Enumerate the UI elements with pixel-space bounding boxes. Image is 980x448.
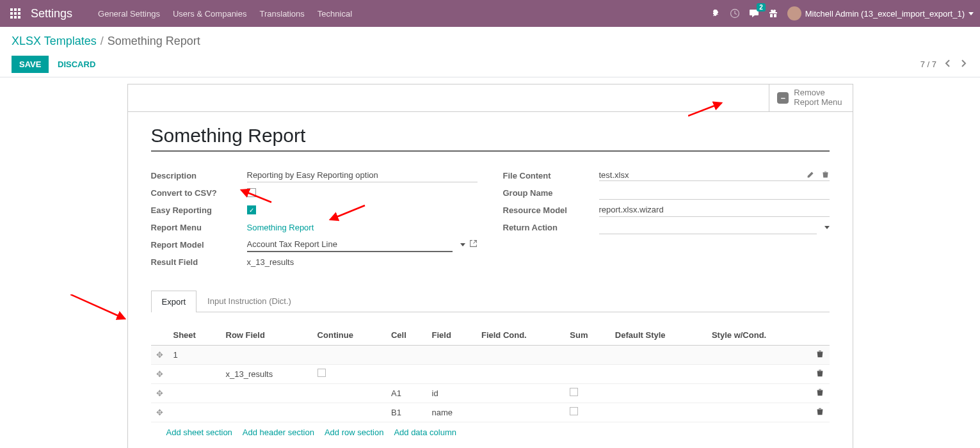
chat-badge: 2 — [757, 3, 766, 12]
file-content-value[interactable]: test.xlsx — [599, 170, 800, 180]
breadcrumb: XLSX Templates / Something Report — [12, 35, 968, 48]
cell-field[interactable]: name — [427, 403, 476, 422]
delete-row-icon[interactable] — [815, 408, 824, 418]
col-style-cond: Style w/Cond. — [707, 325, 810, 346]
move-icon[interactable]: ✥ — [156, 350, 163, 360]
delete-row-icon[interactable] — [815, 370, 824, 380]
move-icon[interactable]: ✥ — [156, 388, 163, 398]
svg-rect-0 — [10, 8, 13, 11]
continue-checkbox[interactable] — [317, 369, 326, 377]
dropdown-icon[interactable] — [824, 226, 830, 229]
svg-rect-3 — [10, 12, 13, 15]
svg-rect-2 — [18, 8, 20, 11]
pager-next-icon[interactable] — [958, 58, 968, 70]
report-model-label: Report Model — [151, 240, 247, 250]
add-sheet-section-link[interactable]: Add sheet section — [166, 428, 232, 437]
add-header-section-link[interactable]: Add header section — [243, 428, 314, 437]
easy-reporting-label: Easy Reporting — [151, 205, 247, 215]
table-row[interactable]: ✥ A1 id — [151, 383, 830, 403]
clock-icon[interactable] — [730, 8, 740, 19]
resource-model-label: Resource Model — [503, 205, 599, 215]
breadcrumb-current: Something Report — [108, 35, 200, 48]
col-sheet: Sheet — [168, 325, 221, 346]
menu-general-settings[interactable]: General Settings — [98, 9, 160, 19]
resource-model-field[interactable] — [599, 203, 830, 217]
return-action-field[interactable] — [599, 220, 817, 234]
svg-rect-1 — [14, 8, 17, 11]
tab-export[interactable]: Export — [151, 291, 197, 312]
apps-icon[interactable] — [6, 4, 24, 22]
easy-reporting-checkbox[interactable] — [247, 205, 256, 214]
chat-icon[interactable]: 2 — [749, 8, 759, 19]
cell-field[interactable]: id — [427, 383, 476, 403]
user-menu[interactable]: Mitchell Admin (13_excel_import_export_1… — [787, 6, 974, 20]
cell-cell[interactable]: B1 — [386, 403, 427, 422]
pencil-icon[interactable] — [807, 170, 815, 180]
col-sum: Sum — [565, 325, 609, 346]
add-row-section-link[interactable]: Add row section — [325, 428, 384, 437]
result-field-label: Result Field — [151, 257, 247, 267]
svg-rect-6 — [10, 16, 13, 19]
report-menu-label: Report Menu — [151, 223, 247, 232]
table-row[interactable]: ✥ x_13_results — [151, 364, 830, 383]
col-default-style: Default Style — [610, 325, 707, 346]
trash-icon[interactable] — [821, 170, 830, 180]
file-content-label: File Content — [503, 171, 599, 180]
sum-checkbox[interactable] — [570, 388, 578, 396]
svg-rect-4 — [14, 12, 17, 15]
description-field[interactable] — [247, 168, 478, 182]
col-field: Field — [427, 325, 476, 346]
move-icon[interactable]: ✥ — [156, 369, 163, 379]
external-link-icon[interactable] — [469, 239, 478, 250]
cell-row-field[interactable]: x_13_results — [221, 364, 312, 383]
description-label: Description — [151, 171, 247, 180]
delete-row-icon[interactable] — [815, 351, 824, 360]
report-model-field[interactable] — [247, 237, 453, 252]
svg-rect-8 — [18, 16, 20, 19]
avatar — [787, 6, 801, 20]
bug-icon[interactable] — [711, 8, 721, 19]
gift-icon[interactable] — [768, 8, 778, 19]
delete-row-icon[interactable] — [815, 389, 824, 399]
result-field-value: x_13_results — [247, 257, 294, 267]
col-field-cond: Field Cond. — [476, 325, 565, 346]
convert-csv-checkbox[interactable] — [247, 188, 256, 197]
csv-label: Convert to CSV? — [151, 188, 247, 198]
col-cell: Cell — [386, 325, 427, 346]
tab-input-instruction[interactable]: Input Instruction (Dict.) — [197, 290, 302, 312]
table-row[interactable]: ✥ 1 — [151, 345, 830, 364]
add-data-column-link[interactable]: Add data column — [394, 428, 456, 437]
col-continue: Continue — [312, 325, 386, 346]
annotation-arrow — [70, 294, 131, 323]
user-name: Mitchell Admin (13_excel_import_export_1… — [805, 9, 965, 19]
cell-sheet[interactable]: 1 — [168, 345, 221, 364]
save-button[interactable]: SAVE — [12, 56, 49, 73]
sum-checkbox[interactable] — [570, 407, 578, 415]
pager-prev-icon[interactable] — [943, 58, 953, 70]
breadcrumb-parent[interactable]: XLSX Templates — [12, 35, 97, 48]
svg-rect-5 — [18, 12, 20, 15]
group-name-label: Group Name — [503, 188, 599, 198]
svg-line-13 — [70, 294, 125, 319]
cell-cell[interactable]: A1 — [386, 383, 427, 403]
pager-text: 7 / 7 — [920, 60, 936, 69]
table-row[interactable]: ✥ B1 name — [151, 403, 830, 422]
group-name-field[interactable] — [599, 186, 830, 200]
remove-report-menu-button[interactable]: – Remove Report Menu — [769, 84, 852, 111]
minus-square-icon: – — [777, 92, 789, 104]
stat-line1: Remove — [794, 88, 842, 98]
svg-rect-7 — [14, 16, 17, 19]
chevron-down-icon — [968, 12, 974, 15]
report-menu-link[interactable]: Something Report — [247, 223, 314, 232]
menu-users-companies[interactable]: Users & Companies — [173, 9, 247, 19]
discard-button[interactable]: DISCARD — [51, 56, 102, 73]
menu-translations[interactable]: Translations — [260, 9, 305, 19]
return-action-label: Return Action — [503, 223, 599, 232]
stat-line2: Report Menu — [794, 98, 842, 108]
menu-technical[interactable]: Technical — [317, 9, 352, 19]
move-icon[interactable]: ✥ — [156, 408, 163, 417]
col-row-field: Row Field — [221, 325, 312, 346]
page-title[interactable]: Something Report — [151, 121, 830, 152]
dropdown-icon[interactable] — [460, 243, 465, 246]
app-title: Settings — [31, 7, 72, 20]
